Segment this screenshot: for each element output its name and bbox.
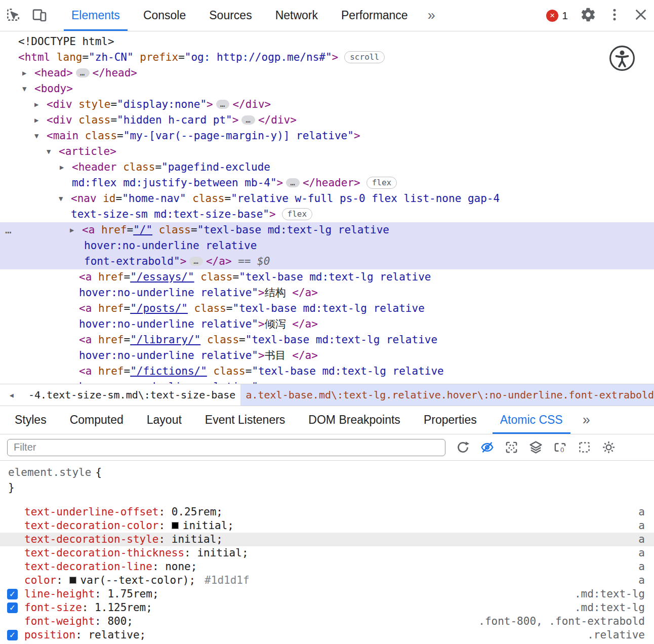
collapsed-content-icon[interactable]: … <box>286 178 300 187</box>
collapse-arrow-icon[interactable]: ▼ <box>22 81 26 97</box>
dom-row[interactable]: md:flex md:justify-between mb-4">…</head… <box>0 175 654 191</box>
dom-row[interactable]: ▶<head>…</head> <box>0 65 654 81</box>
layout-badge[interactable]: flex <box>366 177 397 189</box>
matched-selector: .md:text-lg <box>575 601 645 615</box>
dom-row[interactable]: font-extrabold">…</a> == $0 <box>0 254 654 269</box>
code-token: "texl-base md:text-lg relative <box>239 271 431 283</box>
tab-performance[interactable]: Performance <box>330 0 420 31</box>
inspect-element-button[interactable] <box>0 0 26 31</box>
css-property-row[interactable]: text-underline-offset: 0.25rem;a <box>0 505 654 519</box>
dom-row[interactable]: ▶<div class="hidden h-card pt">…</div> <box>0 112 654 128</box>
dom-row[interactable]: <a href="/essays/" class="texl-base md:t… <box>0 269 654 285</box>
css-property-row[interactable]: ✓font-size: 1.125rem;.md:text-lg <box>0 601 654 615</box>
tab-elements[interactable]: Elements <box>60 0 132 31</box>
tab-dom-breakpoints[interactable]: DOM Breakpoints <box>297 406 412 434</box>
dom-row[interactable]: <html lang="zh-CN" prefix="og: http://og… <box>0 50 654 65</box>
css-property-row[interactable]: text-decoration-color: initial;a <box>0 519 654 533</box>
dom-row[interactable]: ▼<article> <box>0 144 654 159</box>
close-devtools-button[interactable] <box>628 7 654 25</box>
gear-icon <box>580 7 596 25</box>
css-property-row[interactable]: ✓line-height: 1.75rem;.md:text-lg <box>0 587 654 601</box>
color-swatch[interactable] <box>69 577 76 584</box>
layout-badge[interactable]: scroll <box>344 51 385 63</box>
element-style-rule[interactable]: element.style{ <box>0 465 654 480</box>
dom-row[interactable]: hover:no-underline relative">结构 </a> <box>0 285 654 301</box>
tab-atomic-css[interactable]: Atomic CSS <box>488 406 575 434</box>
dom-row[interactable]: hover:no-underline relative">倾泻 </a> <box>0 316 654 332</box>
expand-arrow-icon[interactable]: ▶ <box>70 222 74 238</box>
color-swatch[interactable] <box>172 522 179 529</box>
layers-icon[interactable] <box>523 437 548 458</box>
css-property-row[interactable]: text-decoration-line: none;a <box>0 560 654 574</box>
dom-row[interactable]: text-size-sm md:text-size-base">flex <box>0 207 654 222</box>
property-name: font-weight <box>24 615 95 628</box>
code-token: </header> <box>303 177 360 189</box>
property-checkbox[interactable]: ✓ <box>7 630 18 640</box>
tab-computed[interactable]: Computed <box>58 406 135 434</box>
breadcrumb-item[interactable]: -4.text-size-sm.md\:text-size-base <box>23 384 240 406</box>
dom-row[interactable]: <!DOCTYPE html> <box>0 34 654 50</box>
row-options-icon[interactable]: … <box>5 222 13 238</box>
layout-badge[interactable]: flex <box>282 208 313 220</box>
css-property-row[interactable]: color: var(--text-color);#1d1d1fa <box>0 574 654 587</box>
dom-row[interactable]: ▼<main class="my-[var(--page-margin-y)] … <box>0 128 654 144</box>
code-token: = <box>246 365 252 377</box>
collapse-arrow-icon[interactable]: ▼ <box>34 128 38 144</box>
tab-layout[interactable]: Layout <box>135 406 193 434</box>
dom-row[interactable]: ▶<div style="display:none">…</div> <box>0 97 654 112</box>
collapsed-content-icon[interactable]: … <box>216 100 230 109</box>
filter-input[interactable] <box>7 439 445 456</box>
settings-button[interactable] <box>575 7 601 25</box>
dom-row[interactable]: hover:no-underline relative"> <box>0 379 654 384</box>
property-name: font-size <box>24 601 82 615</box>
kebab-menu-button[interactable] <box>601 7 628 25</box>
collapsed-content-icon[interactable]: … <box>241 115 255 125</box>
tab-styles[interactable]: Styles <box>3 406 58 434</box>
expand-arrow-icon[interactable]: ▶ <box>34 97 38 112</box>
tab-network[interactable]: Network <box>264 0 330 31</box>
eye-slash-icon[interactable] <box>475 437 499 458</box>
dom-row[interactable]: hover:no-underline relative">书目 </a> <box>0 348 654 364</box>
accessibility-icon[interactable] <box>608 45 636 72</box>
css-property-row[interactable]: font-weight: 800;.font-800, .font-extrab… <box>0 615 654 628</box>
css-property-row[interactable]: text-decoration-thickness: initial;a <box>0 546 654 560</box>
collapsed-content-icon[interactable]: … <box>189 257 203 266</box>
focus-brackets-icon[interactable] <box>499 437 523 458</box>
css-property-row[interactable]: ✓position: relative;.relative <box>0 628 654 642</box>
tab-event-listeners[interactable]: Event Listeners <box>193 406 297 434</box>
dom-row[interactable]: …▶<a href="/" class="texl-base md:text-l… <box>0 222 654 238</box>
sun-icon[interactable] <box>596 437 621 458</box>
css-property-row[interactable]: text-decoration-style: initial;a <box>0 533 654 546</box>
property-checkbox[interactable]: ✓ <box>7 602 18 613</box>
expand-arrow-icon[interactable]: ▶ <box>22 65 26 81</box>
dom-row[interactable]: ▶<header class="pagefind-exclude <box>0 159 654 175</box>
property-checkbox[interactable]: ✓ <box>7 589 18 599</box>
dom-row[interactable]: <a href="/posts/" class="texl-base md:te… <box>0 301 654 316</box>
code-token: > <box>277 177 283 189</box>
dom-row[interactable]: ▼<nav id="home-nav" class="relative w-fu… <box>0 191 654 207</box>
dom-row[interactable]: <a href="/library/" class="texl-base md:… <box>0 332 654 348</box>
container-zero-icon[interactable]: 0 <box>548 437 572 458</box>
dom-row[interactable]: <a href="/fictions/" class="texl-base md… <box>0 364 654 379</box>
code-token: = <box>124 271 131 283</box>
collapse-arrow-icon[interactable]: ▼ <box>59 191 63 207</box>
breadcrumb-item-selected[interactable]: a.texl-base.md\:text-lg.relative.hover\:… <box>240 384 654 406</box>
breadcrumb-scroll-left[interactable]: ◀ <box>0 384 23 406</box>
expand-arrow-icon[interactable]: ▶ <box>34 112 38 128</box>
code-token: href <box>92 365 124 377</box>
more-panels-button[interactable]: » <box>420 0 443 31</box>
tab-properties[interactable]: Properties <box>412 406 488 434</box>
code-token: > <box>207 98 213 110</box>
dashed-square-icon[interactable] <box>572 437 596 458</box>
dom-row[interactable]: ▼<body> <box>0 81 654 97</box>
dom-row[interactable]: hover:no-underline relative <box>0 238 654 254</box>
collapse-arrow-icon[interactable]: ▼ <box>47 144 51 159</box>
more-sidebar-tabs-button[interactable]: » <box>575 406 598 434</box>
tab-sources[interactable]: Sources <box>197 0 263 31</box>
collapsed-content-icon[interactable]: … <box>76 68 90 77</box>
refresh-icon[interactable] <box>451 437 475 458</box>
tab-console[interactable]: Console <box>132 0 197 31</box>
console-error-badge[interactable]: × 1 <box>539 10 575 22</box>
device-toolbar-button[interactable] <box>26 0 53 31</box>
expand-arrow-icon[interactable]: ▶ <box>60 159 64 175</box>
